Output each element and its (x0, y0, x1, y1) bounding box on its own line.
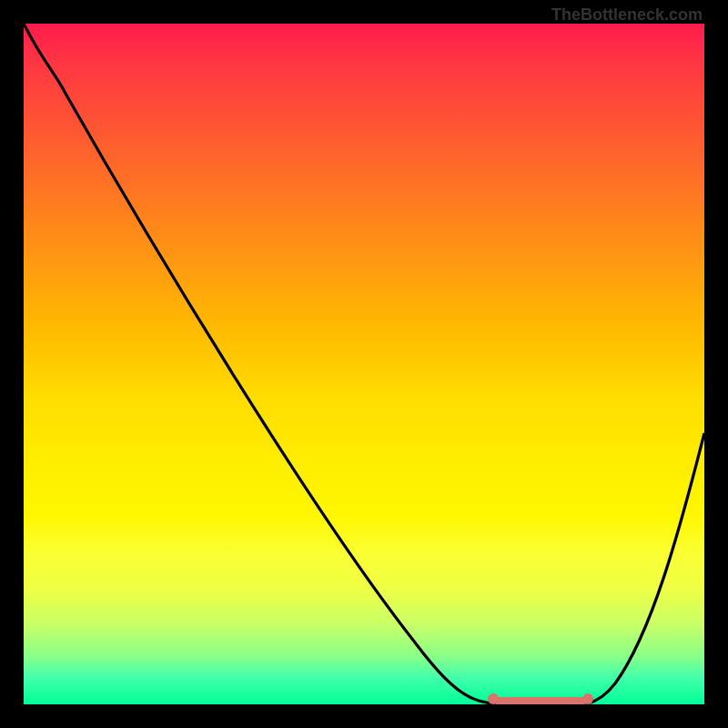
watermark-text: TheBottleneck.com (551, 5, 703, 25)
flat-region-left-cap (488, 693, 499, 704)
flat-region-right-cap (582, 693, 593, 704)
curve-svg (24, 24, 704, 704)
bottleneck-curve-path (24, 24, 704, 704)
chart-container: TheBottleneck.com (0, 0, 728, 728)
